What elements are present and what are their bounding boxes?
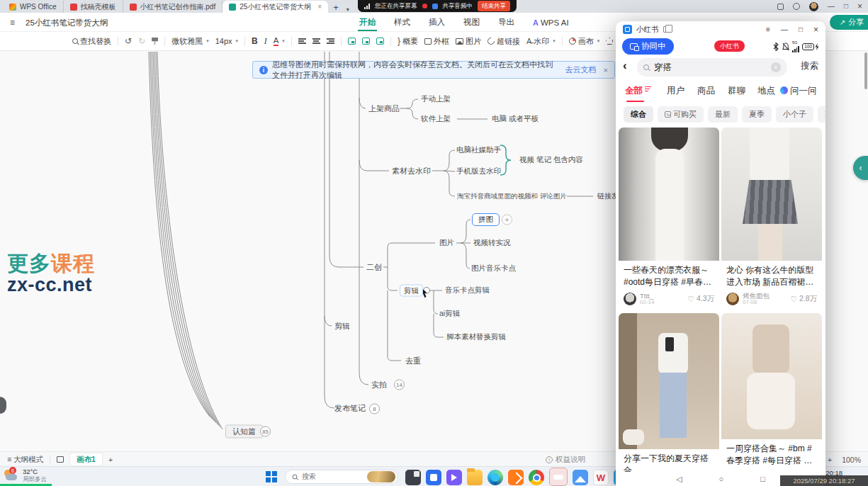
weather-widget[interactable]: 6 32°C 局部多云: [4, 468, 47, 483]
summary-button[interactable]: }概要: [398, 36, 418, 47]
italic-button[interactable]: I: [264, 36, 267, 47]
phone-menu-button[interactable]: ≡: [766, 26, 770, 33]
search-highlight-image[interactable]: [367, 471, 395, 482]
phone-close-button[interactable]: ×: [813, 25, 818, 35]
collapse-badge[interactable]: 8: [369, 404, 380, 414]
vertical-scrollbar[interactable]: [864, 52, 867, 89]
like-count[interactable]: ♡2.8万: [790, 294, 817, 304]
zoom-level[interactable]: 100%: [842, 456, 861, 464]
new-tab-button[interactable]: +: [328, 2, 344, 13]
note-card[interactable]: 一些春天的漂亮衣服～ #ootd每日穿搭 #早春… Tttt_02-14 ♡4.…: [619, 128, 719, 310]
node-shelve-product[interactable]: 上架商品: [368, 103, 400, 114]
font-size-select[interactable]: 14px▾: [215, 37, 238, 45]
node-cognition[interactable]: 认知篇: [225, 425, 263, 439]
share-button[interactable]: ↗ 分享: [830, 15, 868, 30]
tab-mindmap-active[interactable]: 25小红书笔记带货大纲 ×: [222, 1, 328, 13]
filter-comprehensive[interactable]: 综合: [624, 106, 653, 123]
tab-wps-office[interactable]: WPS Office: [3, 1, 64, 13]
download-app-icon[interactable]: [508, 470, 524, 485]
tab-users[interactable]: 用户: [667, 85, 684, 97]
node-publish-note[interactable]: 发布笔记: [334, 403, 366, 414]
filter-korean-style[interactable]: 韩里韩气: [818, 106, 825, 123]
node-script-material-edit[interactable]: 脚本素材替换剪辑: [446, 332, 506, 342]
nav-recents-button[interactable]: □: [760, 475, 765, 483]
filter-purchasable[interactable]: 可购买: [658, 106, 704, 123]
filter-newest[interactable]: 最新: [708, 106, 738, 123]
note-card[interactable]: 龙心 你有这么牛的版型进入市场 新品百褶裙真的… 烤焦面包07-08 ♡2.8万: [721, 128, 822, 310]
like-count[interactable]: ♡4.3万: [687, 294, 714, 304]
add-canvas-button[interactable]: +: [108, 456, 113, 464]
avatar[interactable]: [624, 293, 636, 305]
font-color-button[interactable]: A▾: [274, 36, 285, 47]
nav-home-button[interactable]: ○: [719, 475, 724, 483]
hamburger-menu-icon[interactable]: ≡: [10, 18, 15, 28]
node-pc-or-tablet[interactable]: 电脑 或者平板: [492, 114, 539, 124]
tab-template[interactable]: 找稿壳模板: [64, 1, 123, 13]
media-player-icon[interactable]: [446, 470, 462, 485]
node-second-creation[interactable]: 二创: [366, 262, 382, 273]
notice-close-icon[interactable]: ×: [604, 66, 608, 74]
minimize-button[interactable]: —: [828, 3, 835, 10]
zoom-in-button[interactable]: +: [828, 456, 832, 464]
node-edit-branch[interactable]: 剪辑: [334, 321, 350, 332]
phone-minimize-button[interactable]: —: [781, 26, 788, 33]
file-explorer-icon[interactable]: [467, 470, 483, 485]
node-edit-hovered[interactable]: 剪辑: [400, 285, 423, 297]
node-ai-edit[interactable]: ai剪辑: [439, 309, 460, 319]
edge-browser-icon[interactable]: [487, 470, 503, 485]
outline-mode-button[interactable]: ≡ 大纲模式: [7, 455, 43, 465]
node-taobao-douyin-material[interactable]: 淘宝抖音商域里面的视频和 评论图片: [457, 192, 567, 201]
canvas-tab[interactable]: 画布1: [70, 453, 102, 465]
rights-info[interactable]: i 权益说明: [546, 452, 585, 467]
menu-export[interactable]: 导出: [497, 13, 516, 31]
start-button[interactable]: [266, 471, 277, 482]
nav-back-button[interactable]: ◁: [676, 475, 682, 484]
maximize-button[interactable]: □: [844, 3, 848, 10]
node-video-to-live[interactable]: 视频转实况: [473, 238, 511, 248]
tab-pdf-guide[interactable]: 小红书笔记创作指南.pdf: [123, 1, 223, 13]
menu-style[interactable]: 样式: [393, 13, 412, 31]
wps-office-icon[interactable]: W: [593, 470, 609, 485]
chrome-browser-icon[interactable]: [529, 470, 544, 485]
avatar[interactable]: [809, 2, 818, 11]
add-child-button[interactable]: +: [502, 215, 512, 225]
tab-places[interactable]: 地点: [757, 85, 775, 97]
find-replace-button[interactable]: 查找替换: [72, 36, 111, 47]
stop-share-button[interactable]: 结束共享: [478, 1, 510, 11]
node-software-shelve[interactable]: 软件上架: [421, 114, 451, 124]
taskbar-search[interactable]: 搜索: [285, 470, 398, 484]
avatar[interactable]: [726, 293, 739, 305]
collapse-badge[interactable]: 85: [260, 426, 271, 437]
photos-app-icon[interactable]: [573, 470, 588, 485]
font-family-select[interactable]: 微软雅黑▾: [171, 36, 209, 47]
node-remove-watermark[interactable]: 素材去水印: [392, 166, 431, 176]
collaboration-badge[interactable]: 协同中: [622, 38, 674, 55]
node-real-shoot[interactable]: 实拍: [371, 380, 387, 390]
frame-button[interactable]: 外框: [424, 36, 449, 47]
undo-button[interactable]: ↺: [125, 36, 132, 46]
node-collage-selected[interactable]: 拼图: [472, 213, 500, 226]
note-card[interactable]: 分享一下我的夏天穿搭合: [619, 313, 719, 478]
back-icon[interactable]: ‹: [623, 60, 627, 72]
align-center-icon[interactable]: [312, 38, 320, 45]
tab-all[interactable]: 全部: [625, 85, 651, 97]
format-painter-icon[interactable]: [152, 38, 158, 45]
node-pc-social-helper[interactable]: 电脑社媒助手: [456, 145, 501, 155]
image-button[interactable]: 图片: [456, 36, 481, 47]
node-dedupe[interactable]: 去重: [405, 356, 421, 366]
globe-icon[interactable]: [793, 3, 800, 10]
filter-petite[interactable]: 小个子: [776, 106, 813, 123]
layers-icon[interactable]: [57, 456, 64, 463]
collapse-badge[interactable]: 14: [394, 380, 405, 390]
search-submit-button[interactable]: 搜索: [801, 60, 818, 72]
copy-icon[interactable]: [663, 26, 669, 33]
settings-app-icon[interactable]: [426, 470, 441, 485]
hyperlink-button[interactable]: 超链接: [487, 36, 520, 47]
insert-subtopic-icon[interactable]: [362, 38, 370, 45]
search-input[interactable]: 穿搭 ×: [637, 58, 787, 77]
canvas-button[interactable]: 画布▾: [569, 36, 600, 47]
align-left-icon[interactable]: [298, 38, 306, 45]
phone-maximize-button[interactable]: □: [799, 26, 803, 33]
menu-insert[interactable]: 插入: [427, 13, 446, 31]
node-video-note-content[interactable]: 视频 笔记 包含内容: [519, 155, 583, 165]
